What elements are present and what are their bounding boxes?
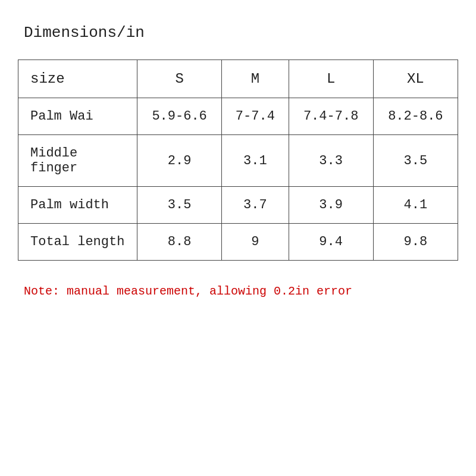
row-middle-finger-l: 3.3: [289, 135, 373, 187]
row-middle-finger-m: 3.1: [222, 135, 289, 187]
row-palm-wai-label: Palm Wai: [18, 98, 137, 135]
row-palm-wai-xl: 8.2-8.6: [373, 98, 458, 135]
row-middle-finger-s: 2.9: [137, 135, 222, 187]
note-text: Note: manual measurement, allowing 0.2in…: [24, 284, 458, 298]
row-palm-width-xl: 4.1: [373, 187, 458, 224]
row-palm-width-m: 3.7: [222, 187, 289, 224]
table-row: Total length 8.8 9 9.4 9.8: [18, 224, 458, 261]
dimensions-table: size S M L XL Palm Wai 5.9-6.6 7-7.4 7.4…: [18, 60, 458, 261]
row-total-length-l: 9.4: [289, 224, 373, 261]
row-palm-width-s: 3.5: [137, 187, 222, 224]
page-title: Dimensions/in: [24, 24, 458, 42]
header-s: S: [137, 60, 222, 98]
row-palm-wai-s: 5.9-6.6: [137, 98, 222, 135]
row-total-length-xl: 9.8: [373, 224, 458, 261]
header-m: M: [222, 60, 289, 98]
row-palm-wai-m: 7-7.4: [222, 98, 289, 135]
row-total-length-label: Total length: [18, 224, 137, 261]
page-container: Dimensions/in size S M L XL Palm Wai 5.9…: [18, 24, 458, 298]
row-total-length-s: 8.8: [137, 224, 222, 261]
row-palm-width-l: 3.9: [289, 187, 373, 224]
table-header-row: size S M L XL: [18, 60, 458, 98]
table-row: Palm width 3.5 3.7 3.9 4.1: [18, 187, 458, 224]
table-row: Middle finger 2.9 3.1 3.3 3.5: [18, 135, 458, 187]
header-xl: XL: [373, 60, 458, 98]
row-palm-width-label: Palm width: [18, 187, 137, 224]
row-palm-wai-l: 7.4-7.8: [289, 98, 373, 135]
table-row: Palm Wai 5.9-6.6 7-7.4 7.4-7.8 8.2-8.6: [18, 98, 458, 135]
header-l: L: [289, 60, 373, 98]
row-middle-finger-xl: 3.5: [373, 135, 458, 187]
header-size: size: [18, 60, 137, 98]
row-total-length-m: 9: [222, 224, 289, 261]
row-middle-finger-label: Middle finger: [18, 135, 137, 187]
